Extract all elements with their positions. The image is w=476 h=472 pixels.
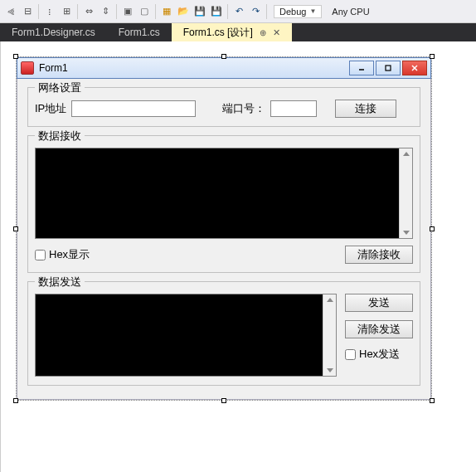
tab-label: Form1.cs [设计]	[183, 26, 253, 40]
align-left-icon[interactable]: ⫷	[3, 4, 18, 19]
hex-send-input[interactable]	[345, 349, 356, 360]
hex-display-label: Hex显示	[49, 247, 90, 262]
hex-display-checkbox[interactable]: Hex显示	[35, 247, 90, 262]
bring-front-icon[interactable]: ▣	[120, 4, 135, 19]
tab-form-design[interactable]: Form1.cs [设计] ⊕ ✕	[172, 23, 292, 41]
save-icon[interactable]: 💾	[192, 4, 207, 19]
resize-handle[interactable]	[430, 398, 435, 403]
config-cpu-label: Any CPU	[332, 7, 369, 17]
group-send-legend: 数据发送	[35, 275, 85, 290]
clear-send-button[interactable]: 清除发送	[345, 320, 413, 338]
config-debug-label: Debug	[279, 7, 306, 17]
document-tabstrip: Form1.Designer.cs Form1.cs Form1.cs [设计]…	[0, 23, 476, 41]
resize-handle[interactable]	[13, 226, 18, 231]
hex-send-label: Hex发送	[359, 347, 400, 362]
ide-toolbar: ⫷ ⊟ ⫶ ⊞ ⇔ ⇕ ▣ ▢ ▦ 📂 💾 💾 ↶ ↷ Debug ▼ Any …	[0, 0, 476, 23]
group-receive: 数据接收 Hex显示 清除接收	[27, 135, 420, 273]
resize-handle[interactable]	[13, 54, 18, 59]
close-button[interactable]	[402, 61, 427, 75]
resize-handle[interactable]	[430, 54, 435, 59]
resize-handle[interactable]	[221, 54, 226, 59]
new-item-icon[interactable]: ▦	[159, 4, 174, 19]
form-title: Form1	[39, 62, 347, 74]
size-width-icon[interactable]: ⇔	[81, 4, 96, 19]
tab-designer-cs[interactable]: Form1.Designer.cs	[0, 23, 107, 41]
scrollbar[interactable]	[399, 148, 412, 238]
minimize-button[interactable]	[349, 61, 374, 75]
chevron-down-icon: ▼	[309, 7, 316, 15]
close-icon[interactable]: ✕	[273, 27, 280, 38]
form-icon	[21, 61, 34, 75]
send-back-icon[interactable]: ▢	[137, 4, 152, 19]
align-center-icon[interactable]: ⊟	[20, 4, 35, 19]
svg-rect-1	[386, 66, 391, 71]
pin-icon[interactable]: ⊕	[260, 28, 266, 37]
receive-textbox[interactable]	[35, 148, 413, 239]
config-debug-dropdown[interactable]: Debug ▼	[274, 5, 322, 18]
group-network: 网络设置 IP地址 端口号： 连接	[27, 87, 420, 127]
ip-input[interactable]	[71, 100, 196, 117]
ip-label: IP地址	[35, 101, 66, 116]
group-send: 数据发送 发送 清除发送 Hex发送	[27, 281, 420, 386]
group-network-legend: 网络设置	[35, 80, 85, 95]
hex-display-input[interactable]	[35, 250, 46, 260]
scrollbar[interactable]	[323, 294, 336, 376]
send-textbox[interactable]	[35, 294, 337, 377]
align-middle-icon[interactable]: ⊞	[59, 4, 74, 19]
clear-receive-button[interactable]: 清除接收	[345, 246, 413, 264]
tab-form-cs[interactable]: Form1.cs	[107, 23, 172, 41]
redo-icon[interactable]: ↷	[248, 4, 263, 19]
resize-handle[interactable]	[13, 398, 18, 403]
open-icon[interactable]: 📂	[176, 4, 191, 19]
group-receive-legend: 数据接收	[35, 129, 85, 144]
maximize-button[interactable]	[376, 61, 401, 75]
form-window[interactable]: Form1 网络设置 IP地址 端口号： 连接	[16, 56, 432, 401]
connect-button[interactable]: 连接	[335, 100, 396, 118]
size-height-icon[interactable]: ⇕	[98, 4, 113, 19]
undo-icon[interactable]: ↶	[231, 4, 246, 19]
hex-send-checkbox[interactable]: Hex发送	[345, 347, 413, 362]
config-cpu-dropdown[interactable]: Any CPU	[327, 6, 374, 17]
port-label: 端口号：	[222, 101, 265, 116]
port-input[interactable]	[270, 100, 317, 117]
tab-label: Form1.cs	[119, 27, 160, 38]
designer-surface[interactable]: Form1 网络设置 IP地址 端口号： 连接	[0, 41, 476, 472]
resize-handle[interactable]	[430, 226, 435, 231]
tab-label: Form1.Designer.cs	[12, 27, 95, 38]
align-top-icon[interactable]: ⫶	[42, 4, 57, 19]
send-button[interactable]: 发送	[345, 294, 413, 312]
resize-handle[interactable]	[221, 398, 226, 403]
form-body: 网络设置 IP地址 端口号： 连接 数据接收	[17, 79, 431, 400]
save-all-icon[interactable]: 💾	[209, 4, 224, 19]
form-titlebar: Form1	[17, 57, 431, 79]
